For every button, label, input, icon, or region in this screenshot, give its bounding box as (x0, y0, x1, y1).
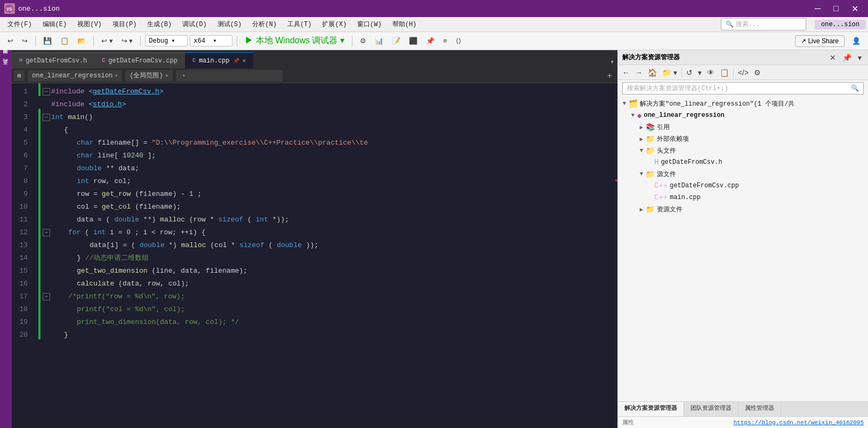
menu-project[interactable]: 项目(P) (107, 18, 142, 31)
menu-search-box[interactable]: 🔍 搜索... (721, 18, 806, 30)
toolbar-undo-btn[interactable]: ↩ ▾ (98, 36, 116, 46)
tab-dropdown-btn[interactable]: ▾ (607, 56, 617, 68)
tree-external-deps[interactable]: ▶ 📁 外部依赖项 (618, 133, 868, 145)
panel-tabs: 解决方案资源管理器 团队资源管理器 属性管理器 (618, 401, 868, 416)
main-cpp-label: main.cpp (670, 194, 701, 201)
panel-pin-btn[interactable]: 📌 (840, 52, 854, 63)
menu-tools[interactable]: 工具(T) (282, 18, 317, 31)
tree-project[interactable]: ▼ ◆ one_linear_regression (618, 109, 868, 121)
debug-config-dropdown[interactable]: Debug ▾ (145, 35, 188, 46)
left-label-toolbox[interactable]: 工具箱 (1, 63, 11, 73)
scope2-dropdown[interactable]: (全局范围) ▾ (125, 70, 172, 82)
menu-analyze[interactable]: 分析(N) (247, 18, 282, 31)
menu-file[interactable]: 文件(F) (2, 18, 37, 31)
title-bar: VS one...sion ─ □ ✕ (0, 0, 868, 17)
left-label-resource[interactable]: 资源视图 (1, 52, 11, 63)
run-button[interactable]: ▶ 本地 Windows 调试器 ▾ (242, 34, 348, 47)
code-line-1: ─ #include < getDateFromCsv.h > (41, 85, 610, 98)
menu-view[interactable]: 视图(V) (72, 18, 107, 31)
scope-dropdown[interactable]: one_linear_regression ▾ (28, 70, 122, 82)
tab-team-explorer[interactable]: 团队资源管理器 (684, 402, 738, 416)
panel-refresh-btn[interactable]: ↺ (684, 67, 695, 78)
panel-filter-btn[interactable]: ▾ (696, 67, 704, 78)
properties-url[interactable]: https://blog.csdn.net/weixin_40162095 (734, 419, 864, 426)
tab-property-manager[interactable]: 属性管理器 (738, 402, 781, 416)
code-line-6: char line[ 10240 ]; (41, 149, 610, 162)
vs-icon: VS (4, 3, 15, 14)
tab-cpp2-icon: C (192, 58, 196, 64)
solution-explorer-header: 解决方案资源管理器 ✕ 📌 ▾ (618, 50, 868, 65)
panel-forward-btn[interactable]: → (633, 67, 645, 78)
panel-close-btn[interactable]: ✕ (827, 52, 838, 63)
tree-resources[interactable]: ▶ 📁 资源文件 (618, 203, 868, 215)
tree-source-cpp1[interactable]: C++ getDateFromCsv.cpp (618, 180, 868, 192)
menu-help[interactable]: 帮助(H) (387, 18, 422, 31)
toolbar-user-btn[interactable]: 👤 (849, 36, 864, 46)
panel-preview-btn[interactable]: 👁 (705, 67, 717, 78)
menu-window[interactable]: 窗口(W) (352, 18, 387, 31)
tree-area: ▼ 🗂️ 解决方案"one_linear_regression"(1 个项目/共… (618, 97, 868, 401)
tab-close-button[interactable]: ✕ (243, 57, 246, 64)
fold-12[interactable]: ─ (43, 229, 50, 236)
toolbar-misc6[interactable]: ≡ (440, 36, 451, 46)
title-text: one...sion (18, 5, 60, 13)
code-content[interactable]: ─ #include < getDateFromCsv.h > #include… (41, 83, 610, 428)
tab-getdatefromcsv-h[interactable]: H getDateFromCsv.h (12, 52, 94, 68)
scroll-indicator[interactable] (610, 83, 617, 428)
panel-back-btn[interactable]: ← (620, 67, 632, 78)
minimize-button[interactable]: ─ (809, 2, 826, 15)
toolbar-open-btn[interactable]: 📂 (74, 36, 89, 46)
code-line-12: ─ for ( int i = 0 ; i < row; ++i) { (41, 226, 610, 239)
tab-h-label: getDateFromCsv.h (26, 57, 87, 65)
project-chevron: ▼ (629, 112, 637, 118)
liveshare-button[interactable]: ↗ Live Share (795, 35, 845, 47)
panel-home-btn[interactable]: 🏠 (646, 67, 659, 78)
menu-extensions[interactable]: 扩展(X) (317, 18, 352, 31)
toolbar-sep-5 (352, 36, 352, 46)
tab-solution-explorer[interactable]: 解决方案资源管理器 (618, 402, 684, 416)
toolbar-saveas-btn[interactable]: 📋 (57, 36, 72, 46)
search-icon: 🔍 (726, 20, 734, 28)
toolbar-misc5[interactable]: 📌 (423, 36, 438, 46)
tree-headers[interactable]: ▼ 📁 头文件 (618, 145, 868, 156)
solution-search[interactable]: 搜索解决方案资源管理器(Ctrl+;) 🔍 (622, 82, 864, 94)
menu-edit[interactable]: 编辑(E) (37, 18, 73, 31)
toolbar-back-btn[interactable]: ↩ (4, 36, 17, 46)
profile-badge[interactable]: one...sion (815, 20, 866, 29)
ln-10: 10 (12, 201, 32, 213)
tree-source-main[interactable]: C++ main.cpp (618, 192, 868, 203)
menu-test[interactable]: 测试(S) (212, 18, 247, 31)
toolbar-misc7[interactable]: ⟨⟩ (453, 36, 464, 46)
panel-settings-btn[interactable]: ⚙ (752, 67, 763, 78)
tab-getdatefromcsv-cpp[interactable]: C getDateFromCsv.cpp (94, 52, 185, 68)
tab-main-cpp[interactable]: C main.cpp 📌 ✕ (185, 52, 253, 68)
scope3-dropdown[interactable]: ▾ (176, 70, 283, 82)
toolbar-misc1[interactable]: ⚙ (357, 36, 369, 46)
fold-1[interactable]: ─ (43, 88, 50, 96)
left-labels: 资源视图 工具箱 (0, 50, 12, 428)
panel-arrow-btn[interactable]: ▾ (856, 52, 864, 63)
maximize-button[interactable]: □ (828, 2, 844, 15)
panel-props-btn[interactable]: 📋 (718, 67, 731, 78)
menu-debug[interactable]: 调试(D) (177, 18, 212, 31)
tree-sources[interactable]: ▼ 📁 源文件 (618, 168, 868, 180)
fold-17[interactable]: ─ (43, 293, 50, 300)
toolbar-misc2[interactable]: 📊 (372, 36, 387, 46)
menu-build[interactable]: 生成(B) (142, 18, 177, 31)
fold-3[interactable]: ─ (43, 114, 50, 121)
expand-btn[interactable]: + (604, 71, 615, 81)
ln-5: 5 (12, 137, 32, 149)
tree-references[interactable]: ▶ 📚 引用 (618, 121, 868, 133)
toolbar-redo-btn[interactable]: ↪ ▾ (118, 36, 136, 46)
toolbar-forward-btn[interactable]: ↪ (19, 36, 31, 46)
tree-solution-root[interactable]: ▼ 🗂️ 解决方案"one_linear_regression"(1 个项目/共 (618, 98, 868, 109)
code-area: 1 2 3 4 5 6 7 8 9 10 11 12 13 14 15 16 1… (12, 83, 617, 428)
toolbar-save-btn[interactable]: 💾 (40, 36, 55, 46)
panel-code-btn[interactable]: </> (736, 67, 751, 78)
panel-folder-btn[interactable]: 📁 ▾ (660, 67, 679, 78)
close-button[interactable]: ✕ (846, 2, 864, 16)
toolbar-misc4[interactable]: ⬛ (406, 36, 421, 46)
tree-header-file[interactable]: H getDateFromCsv.h (618, 156, 868, 168)
toolbar-misc3[interactable]: 📝 (389, 36, 404, 46)
platform-dropdown[interactable]: x64 ▾ (190, 35, 232, 46)
